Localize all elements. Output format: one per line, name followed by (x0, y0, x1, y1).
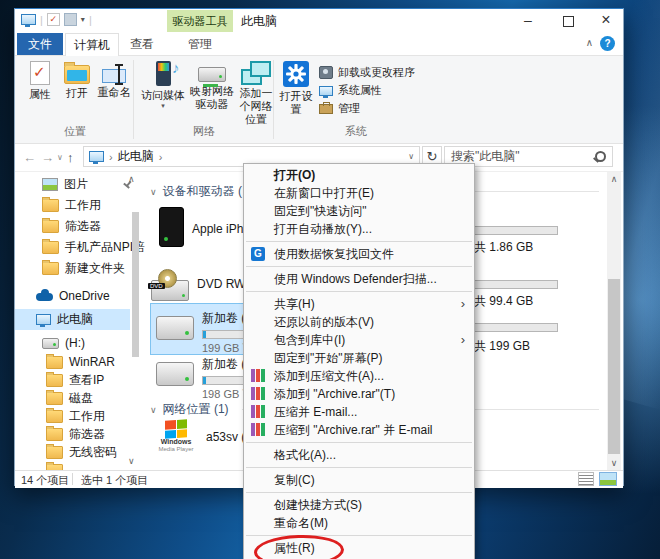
menu-item-include-in-library[interactable]: 包含到库中(I)› (244, 331, 474, 349)
network-section-header[interactable]: ∨ 网络位置 (1) (150, 401, 229, 418)
address-dropdown-icon[interactable]: ∨ (408, 152, 414, 161)
system-properties-button[interactable]: 系统属性 (319, 83, 382, 98)
sidebar-item-folder[interactable]: 新建文件夹 (15, 258, 146, 279)
help-icon[interactable]: ? (600, 36, 615, 51)
sidebar-item-folder[interactable]: 无线密码 (15, 443, 146, 461)
menu-item-copy[interactable]: 复制(C) (244, 471, 474, 489)
sidebar-item-folder[interactable]: 磁盘 (15, 389, 146, 407)
sidebar-item-folder[interactable]: 手机产品NPI培 (15, 237, 146, 258)
add-network-location-button[interactable]: 添加一个网络位置 (237, 61, 275, 126)
back-icon[interactable]: ← (23, 144, 36, 171)
toolbar-button-icon[interactable] (64, 13, 77, 26)
menu-item-restore-versions[interactable]: 还原以前的版本(V) (244, 313, 474, 331)
recent-locations-dropdown-icon[interactable]: ∨ (57, 144, 63, 171)
breadcrumb-separator-icon: › (159, 151, 163, 163)
drive-tile-dvd[interactable]: DVD DVD RW (151, 264, 245, 304)
menu-separator (246, 535, 472, 536)
sidebar-item-partial[interactable] (15, 461, 146, 470)
sidebar-item-folder[interactable]: 工作用 (15, 407, 146, 425)
properties-shortcut-icon[interactable]: ✓ (47, 13, 60, 26)
map-network-drive-button[interactable]: 映射网络驱动器 (189, 61, 235, 111)
open-button[interactable]: 打开 (61, 61, 93, 100)
collapse-ribbon-icon[interactable]: ∧ (586, 37, 593, 48)
sidebar-item-pictures[interactable]: 图片 (15, 174, 146, 195)
menu-item-compress-email[interactable]: 压缩并 E-mail... (244, 403, 474, 421)
folder-icon (46, 374, 63, 387)
sidebar-item-folder[interactable]: WinRAR (15, 353, 146, 371)
sidebar-scrollbar-thumb[interactable] (132, 212, 139, 357)
main-scrollbar[interactable]: ∧ ∨ (607, 172, 621, 470)
up-icon[interactable]: ↑ (67, 144, 74, 171)
uninstall-program-button[interactable]: 卸载或更改程序 (319, 65, 415, 80)
submenu-arrow-icon: › (461, 295, 465, 313)
details-view-button[interactable] (578, 472, 594, 486)
breadcrumb-separator-icon: › (109, 151, 113, 163)
devices-section-header[interactable]: ∨ 设备和驱动器 ( (150, 183, 242, 200)
menu-separator (246, 492, 472, 493)
tab-manage[interactable]: 管理 (167, 33, 233, 55)
tab-computer[interactable]: 计算机 (65, 33, 119, 56)
menu-item-add-to-archive-rar[interactable]: 添加到 "Archive.rar"(T) (244, 385, 474, 403)
scroll-up-icon[interactable]: ∧ (607, 174, 621, 184)
menu-item-add-to-archive[interactable]: 添加到压缩文件(A)... (244, 367, 474, 385)
manage-button[interactable]: 管理 (319, 101, 360, 116)
network-item-a53sv[interactable]: Windows Media Player a53sv (wl (154, 420, 257, 453)
this-pc-icon (36, 314, 51, 325)
sidebar-item-onedrive[interactable]: OneDrive (15, 285, 146, 306)
breadcrumb-this-pc[interactable]: 此电脑 (118, 148, 154, 165)
menu-item-defender-scan[interactable]: 使用 Windows Defender扫描... (244, 270, 474, 288)
menu-item-format[interactable]: 格式化(A)... (244, 446, 474, 464)
submenu-arrow-icon: › (461, 331, 465, 349)
menu-item-properties[interactable]: 属性(R) (244, 539, 474, 557)
sidebar-scroll-down-icon[interactable]: ∨ (128, 456, 135, 466)
drive-total-label: 共 99.4 GB (474, 293, 533, 310)
sidebar-item-folder[interactable]: 查看IP (15, 371, 146, 389)
menu-item-open[interactable]: 打开(O) (244, 166, 474, 184)
forward-icon[interactable]: → (41, 144, 54, 171)
maximize-button[interactable] (554, 9, 582, 33)
menu-item-pin-quick-access[interactable]: 固定到"快速访问" (244, 202, 474, 220)
menu-item-open-new-window[interactable]: 在新窗口中打开(E) (244, 184, 474, 202)
selection-count: 选中 1 个项目 (81, 473, 148, 488)
hard-drive-icon (156, 362, 194, 386)
sidebar-item-folder[interactable]: 工作用 (15, 195, 146, 216)
collapse-section-icon: ∨ (150, 405, 157, 415)
contextual-tab-drive-tools[interactable]: 驱动器工具 (167, 10, 233, 32)
open-settings-button[interactable]: 打开设置 (279, 61, 313, 116)
sidebar-scroll-up-icon[interactable]: ∧ (128, 174, 135, 184)
properties-button[interactable]: ✓ 属性 (23, 61, 57, 101)
context-menu: 打开(O) 在新窗口中打开(E) 固定到"快速访问" 打开自动播放(Y)... … (243, 163, 475, 559)
menu-item-share[interactable]: 共享(H)› (244, 295, 474, 313)
scrollbar-thumb[interactable] (608, 279, 620, 454)
minimize-button[interactable]: – (514, 9, 542, 33)
ribbon-tab-row: 文件 计算机 查看 管理 ∧ ? (15, 33, 623, 56)
g-recovery-icon: G (251, 247, 265, 261)
menu-item-rename[interactable]: 重命名(M) (244, 514, 474, 532)
sidebar-item-drive-h[interactable]: (H:) (15, 333, 146, 353)
tab-file[interactable]: 文件 (17, 33, 63, 55)
sidebar-item-this-pc[interactable]: 此电脑 (15, 309, 130, 330)
pictures-icon (42, 178, 58, 191)
navigation-pane: 图片 工作用 筛选器 手机产品NPI培 新建文件夹 OneDrive 此电脑 (15, 172, 146, 470)
network-location-icon (241, 61, 271, 84)
winrar-icon (251, 387, 265, 400)
large-icons-view-button[interactable] (599, 472, 617, 486)
sidebar-item-folder[interactable]: 筛选器 (15, 216, 146, 237)
menu-item-data-recovery[interactable]: G 使用数据恢复找回文件 (244, 245, 474, 263)
phone-icon (159, 207, 184, 247)
drive-tile-apple-iphone[interactable]: Apple iPh (151, 207, 243, 251)
drive-total-label: 共 199 GB (474, 338, 530, 355)
customize-toolbar-dropdown-icon[interactable]: ▾ (81, 15, 85, 24)
rename-button[interactable]: 重命名 (95, 61, 133, 99)
menu-item-compress-rar-email[interactable]: 压缩到 "Archive.rar" 并 E-mail (244, 421, 474, 439)
sidebar-item-folder[interactable]: 筛选器 (15, 425, 146, 443)
title-bar: | ✓ ▾ | 驱动器工具 此电脑 – × (15, 9, 623, 33)
scroll-down-icon[interactable]: ∨ (607, 458, 621, 468)
menu-item-autoplay[interactable]: 打开自动播放(Y)... (244, 220, 474, 238)
tab-view[interactable]: 查看 (119, 33, 165, 55)
menu-item-create-shortcut[interactable]: 创建快捷方式(S) (244, 496, 474, 514)
window-title: 此电脑 (241, 9, 277, 33)
access-media-button[interactable]: ♪ 访问媒体 ▾ (139, 61, 187, 110)
menu-item-pin-to-start[interactable]: 固定到"开始"屏幕(P) (244, 349, 474, 367)
close-button[interactable]: × (592, 9, 620, 33)
